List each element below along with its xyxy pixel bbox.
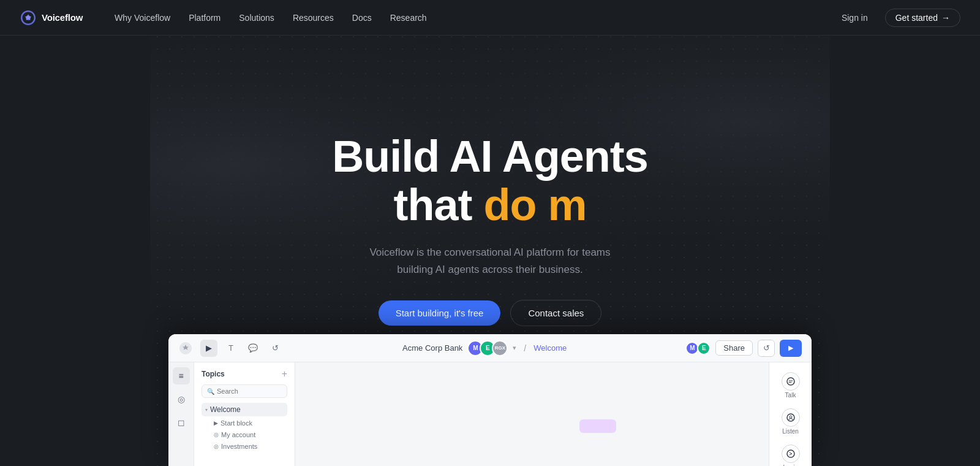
talk-label: Talk (785, 392, 796, 399)
blocks-panel: Talk Listen Logic (769, 362, 812, 466)
voiceflow-logo-icon (20, 9, 37, 26)
collab-avatar-e: E (697, 342, 710, 355)
listen-label: Listen (782, 428, 799, 435)
topics-panel: Topics + 🔍 ▾ Welcome ▶ Start block (194, 362, 295, 466)
hero-title: Build AI Agents that do m (332, 132, 648, 229)
svg-point-6 (787, 414, 794, 421)
refresh-tool-button[interactable]: ↺ (266, 340, 284, 357)
investments-label: Investments (221, 443, 257, 450)
block-logic[interactable]: Logic (773, 441, 809, 466)
app-body: ≡ ◎ ◻ Topics + 🔍 ▾ Welc (168, 362, 812, 466)
hero-title-white: that (394, 180, 484, 229)
dropdown-icon[interactable]: ▾ (513, 344, 516, 352)
app-toolbar: ▶ T 💬 ↺ Acme Corp Bank M E RGX ▾ / Welco… (168, 334, 812, 362)
nav-why-voiceflow[interactable]: Why Voiceflow (107, 9, 178, 26)
get-started-button[interactable]: Get started → (885, 9, 960, 27)
play-tool-button[interactable]: ▶ (200, 340, 217, 357)
nav-docs[interactable]: Docs (345, 9, 379, 26)
listen-icon (782, 408, 800, 427)
topics-add-button[interactable]: + (282, 369, 287, 380)
app-preview: ▶ T 💬 ↺ Acme Corp Bank M E RGX ▾ / Welco… (168, 334, 812, 466)
topic-welcome[interactable]: ▾ Welcome (202, 403, 287, 416)
topics-title: Topics (202, 370, 225, 378)
sidebar-settings-icon[interactable]: ◎ (173, 391, 190, 408)
topics-header: Topics + (202, 369, 287, 380)
topic-investments[interactable]: ◎ Investments (202, 441, 287, 452)
topics-search-input[interactable] (217, 388, 282, 395)
hero-text-block: Build AI Agents that do m Voiceflow is t… (150, 132, 830, 363)
nav-research[interactable]: Research (383, 9, 434, 26)
chevron-icon: ▾ (205, 407, 208, 413)
toolbar-right: M E Share ↺ ▶ (685, 340, 802, 357)
start-block-label: Start block (221, 419, 252, 427)
nav-resources[interactable]: Resources (285, 9, 341, 26)
chat-tool-button[interactable]: 💬 (244, 340, 262, 357)
navbar: Voiceflow Why Voiceflow Platform Solutio… (0, 0, 980, 36)
svg-point-5 (787, 378, 794, 385)
side-bar-right (830, 36, 980, 466)
sidebar-layers-icon[interactable]: ≡ (173, 367, 190, 384)
account-label: My account (221, 431, 255, 438)
hero-buttons: Start building, it's free Contact sales (379, 300, 602, 326)
svg-point-8 (787, 450, 794, 457)
breadcrumb-page[interactable]: Welcome (533, 343, 567, 353)
nav-platform[interactable]: Platform (181, 9, 228, 26)
canvas-area[interactable] (295, 362, 769, 466)
sidebar-chat-icon[interactable]: ◻ (173, 414, 190, 431)
investments-icon: ◎ (214, 443, 219, 449)
navbar-nav: Why Voiceflow Platform Solutions Resourc… (107, 9, 834, 26)
toolbar-play-button[interactable]: ▶ (780, 340, 802, 357)
text-tool-button[interactable]: T (222, 340, 239, 357)
account-icon: ◎ (214, 432, 219, 438)
canvas-node (579, 419, 616, 433)
hero-content: Build AI Agents that do m Voiceflow is t… (150, 71, 830, 466)
hero-title-line2: that do m (332, 181, 648, 229)
sign-in-button[interactable]: Sign in (834, 9, 875, 26)
project-name: Acme Corp Bank (402, 343, 462, 353)
hero-title-orange: do m (484, 180, 587, 229)
topic-start-block[interactable]: ▶ Start block (202, 418, 287, 429)
arrow-icon: → (941, 13, 950, 23)
toolbar-tools: ▶ T 💬 ↺ (200, 340, 284, 357)
nav-solutions[interactable]: Solutions (232, 9, 282, 26)
svg-point-7 (790, 416, 792, 418)
side-bar-left (0, 36, 150, 466)
share-button[interactable]: Share (715, 340, 753, 356)
logo-text: Voiceflow (42, 12, 83, 23)
talk-icon (782, 372, 800, 391)
topics-search[interactable]: 🔍 (202, 384, 287, 398)
hero-title-line1: Build AI Agents (332, 132, 648, 181)
topic-my-account[interactable]: ◎ My account (202, 429, 287, 440)
logo[interactable]: Voiceflow (20, 9, 83, 26)
avatar-group: M E RGX (467, 340, 508, 356)
app-sidebar: ≡ ◎ ◻ (168, 362, 194, 466)
contact-sales-button[interactable]: Contact sales (510, 300, 601, 326)
breadcrumb-sep: / (524, 343, 526, 353)
navbar-actions: Sign in Get started → (834, 9, 960, 27)
start-block-icon: ▶ (214, 420, 218, 426)
search-icon: 🔍 (207, 388, 214, 395)
toolbar-refresh-button[interactable]: ↺ (758, 340, 775, 357)
topic-welcome-label: Welcome (210, 405, 241, 414)
start-building-button[interactable]: Start building, it's free (379, 300, 501, 326)
app-logo-icon (178, 341, 193, 356)
hero-subtitle: Voiceflow is the conversational AI platf… (369, 244, 610, 277)
block-listen[interactable]: Listen (773, 405, 809, 438)
logic-icon (782, 445, 800, 463)
avatar-r: RGX (492, 340, 508, 356)
toolbar-center: Acme Corp Bank M E RGX ▾ / Welcome (291, 340, 678, 356)
block-talk[interactable]: Talk (773, 369, 809, 402)
